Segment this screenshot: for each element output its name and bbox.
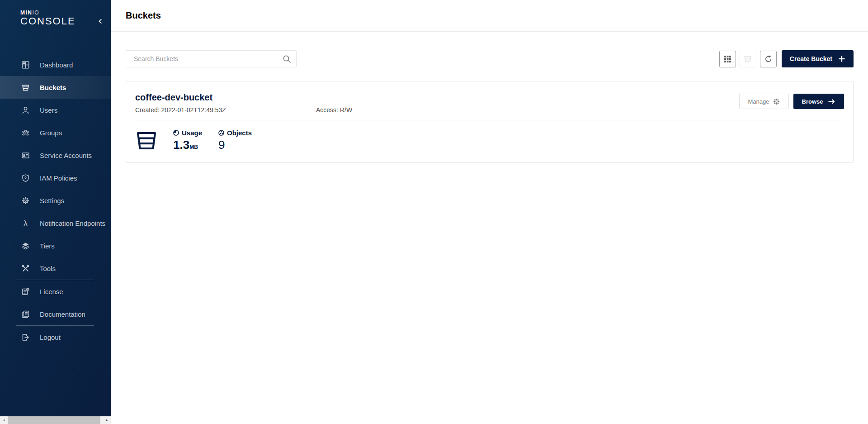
sidebar: MINIO CONSOLE Dashboard Buckets <box>0 0 111 424</box>
objects-icon <box>218 130 224 136</box>
sidebar-item-label: Users <box>40 106 57 114</box>
sidebar-item-documentation[interactable]: Documentation <box>0 303 111 325</box>
refresh-button[interactable] <box>760 51 777 67</box>
manage-button-label: Manage <box>748 98 769 105</box>
bucket-list-icon <box>744 55 752 63</box>
search-input[interactable] <box>126 51 296 67</box>
bucket-meta: Created: 2022-01-02T12:49:53Z Access: R/… <box>135 106 352 114</box>
dashboard-icon <box>22 61 29 69</box>
bucket-metrics: Usage 1.3MB Objects 9 <box>135 129 844 152</box>
sidebar-item-label: Tools <box>40 265 56 272</box>
logo-brand: MINIO <box>20 10 75 15</box>
sidebar-item-users[interactable]: Users <box>0 99 111 121</box>
usage-value-row: 1.3MB <box>173 139 202 151</box>
objects-label: Objects <box>227 129 252 137</box>
objects-value: 9 <box>218 139 252 151</box>
page-header: Buckets <box>111 0 868 32</box>
sidebar-item-logout[interactable]: Logout <box>0 326 111 348</box>
search-icon <box>283 55 291 63</box>
logo-brand-io: IO <box>33 10 40 16</box>
sidebar-item-label: Documentation <box>40 310 85 318</box>
bucket-access: Access: R/W <box>316 106 352 114</box>
sidebar-item-label: Settings <box>40 197 64 205</box>
minio-console-logo: MINIO CONSOLE <box>20 10 75 27</box>
usage-value: 1.3 <box>173 138 189 152</box>
scrollbar-right-arrow-icon[interactable]: ► <box>103 416 111 424</box>
groups-icon <box>22 129 29 137</box>
sidebar-item-license[interactable]: License <box>0 280 111 303</box>
sidebar-item-tools[interactable]: Tools <box>0 257 111 280</box>
sidebar-item-buckets[interactable]: Buckets <box>0 76 111 99</box>
user-icon <box>22 106 29 114</box>
objects-metric: Objects 9 <box>218 129 252 151</box>
bucket-actions: Manage Browse <box>739 94 844 109</box>
search-box <box>126 50 297 67</box>
shield-icon <box>22 174 29 182</box>
sidebar-horizontal-scrollbar[interactable]: ◄ ► <box>0 416 111 424</box>
logo-brand-min: MIN <box>20 10 33 16</box>
manage-button[interactable]: Manage <box>739 94 789 109</box>
gear-icon <box>773 98 780 105</box>
plus-icon <box>838 55 845 62</box>
sidebar-item-settings[interactable]: Settings <box>0 189 111 212</box>
usage-unit: MB <box>189 144 198 150</box>
sidebar-item-label: Tiers <box>40 242 55 250</box>
bucket-card: coffee-dev-bucket Created: 2022-01-02T12… <box>126 81 854 163</box>
minio-console-screen: MINIO CONSOLE Dashboard Buckets <box>0 0 868 424</box>
sidebar-item-label: Buckets <box>40 84 66 91</box>
scrollbar-thumb[interactable] <box>8 416 100 424</box>
lambda-icon: λ <box>22 219 29 227</box>
sidebar-item-label: Dashboard <box>40 61 73 69</box>
bucket-large-icon <box>135 129 158 152</box>
sidebar-item-notification-endpoints[interactable]: λ Notification Endpoints <box>0 212 111 234</box>
sidebar-item-iam-policies[interactable]: IAM Policies <box>0 167 111 189</box>
create-bucket-label: Create Bucket <box>790 55 832 62</box>
bucket-icon <box>22 84 29 91</box>
toolbar-right: Create Bucket <box>719 50 854 67</box>
objects-label-row: Objects <box>218 129 252 137</box>
sidebar-collapse-button[interactable] <box>95 16 105 26</box>
bucket-created: Created: 2022-01-02T12:49:53Z <box>135 106 316 114</box>
logout-icon <box>22 333 29 341</box>
sidebar-item-label: Service Accounts <box>40 152 92 159</box>
buckets-toolbar: Create Bucket <box>126 50 854 67</box>
scrollbar-left-arrow-icon[interactable]: ◄ <box>0 416 8 424</box>
sidebar-item-label: Notification Endpoints <box>40 219 105 227</box>
sidebar-item-groups[interactable]: Groups <box>0 121 111 144</box>
arrow-right-icon <box>828 98 835 105</box>
sidebar-item-service-accounts[interactable]: Service Accounts <box>0 144 111 167</box>
usage-pie-icon <box>173 130 179 136</box>
usage-label: Usage <box>182 129 202 137</box>
page-title: Buckets <box>126 10 161 21</box>
sidebar-nav: Dashboard Buckets Users Groups <box>0 53 111 348</box>
usage-metric: Usage 1.3MB <box>173 129 202 151</box>
sidebar-item-tiers[interactable]: Tiers <box>0 234 111 257</box>
gear-icon <box>22 197 29 205</box>
content: Create Bucket coffee-dev-bucket Created:… <box>111 50 868 163</box>
sidebar-item-dashboard[interactable]: Dashboard <box>0 53 111 76</box>
browse-button-label: Browse <box>802 98 823 105</box>
tools-icon <box>22 265 29 272</box>
usage-label-row: Usage <box>173 129 202 137</box>
create-bucket-button[interactable]: Create Bucket <box>782 50 854 67</box>
chevron-left-icon <box>97 18 104 24</box>
documentation-icon <box>22 310 29 318</box>
id-card-icon <box>22 152 29 159</box>
bucket-name: coffee-dev-bucket <box>135 92 352 102</box>
bucket-info: coffee-dev-bucket Created: 2022-01-02T12… <box>135 92 352 114</box>
refresh-icon <box>764 55 773 63</box>
sidebar-item-label: IAM Policies <box>40 174 77 182</box>
main-area: Buckets <box>111 0 868 424</box>
logo-product: CONSOLE <box>20 16 75 27</box>
sidebar-item-label: License <box>40 288 63 295</box>
grid-view-icon <box>724 55 731 63</box>
layers-icon <box>22 242 29 250</box>
grid-view-button[interactable] <box>719 51 736 67</box>
browse-button[interactable]: Browse <box>793 94 844 109</box>
license-icon <box>22 288 29 295</box>
bucket-card-top: coffee-dev-bucket Created: 2022-01-02T12… <box>135 92 844 114</box>
list-view-button <box>740 51 756 67</box>
sidebar-item-label: Logout <box>40 333 61 341</box>
sidebar-item-label: Groups <box>40 129 62 137</box>
card-divider <box>135 120 844 120</box>
